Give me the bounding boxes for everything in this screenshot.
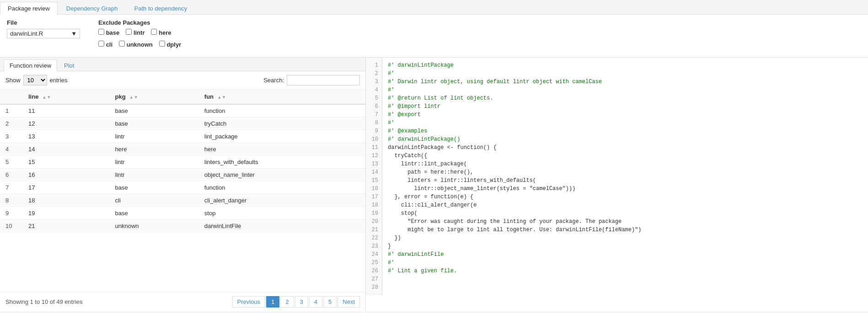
table-row: 7 17 base function — [0, 181, 365, 194]
show-entries-select[interactable]: 10 25 50 100 — [23, 75, 47, 85]
code-area: 1234567891011121314151617181920212223242… — [366, 58, 868, 295]
tab-dependency-graph[interactable]: Dependency Graph — [59, 2, 126, 15]
cell-line: 15 — [23, 156, 110, 169]
line-number: 15 — [366, 176, 382, 185]
col-header-rownum[interactable] — [0, 90, 23, 104]
cell-line: 14 — [23, 143, 110, 156]
search-input[interactable] — [287, 75, 360, 85]
line-number: 28 — [366, 283, 382, 292]
cell-pkg: base — [110, 207, 199, 220]
pagination-buttons: Previous 1 2 3 4 5 Next — [232, 296, 360, 308]
tab-function-review[interactable]: Function review — [4, 59, 57, 71]
table-controls: Show 10 25 50 100 entries Search: — [0, 71, 365, 90]
cb-lintr[interactable]: lintr — [126, 29, 145, 36]
pagination-page-1[interactable]: 1 — [266, 296, 279, 308]
col-header-fun[interactable]: fun ▲▼ — [199, 90, 365, 104]
search-box: Search: — [263, 75, 360, 85]
cell-pkg: base — [110, 181, 199, 194]
inner-tabs-bar: Function review Plot — [0, 58, 365, 71]
line-number: 3 — [366, 78, 382, 86]
cb-cli-input[interactable] — [98, 41, 104, 47]
cb-base[interactable]: base — [98, 29, 119, 36]
cell-rownum: 7 — [0, 181, 23, 194]
col-header-pkg[interactable]: pkg ▲▼ — [110, 90, 199, 104]
left-panel: Function review Plot Show 10 25 50 100 e… — [0, 58, 366, 311]
show-label: Show — [5, 77, 21, 84]
cell-rownum: 1 — [0, 104, 23, 117]
cell-line: 17 — [23, 181, 110, 194]
cell-rownum: 4 — [0, 143, 23, 156]
pagination-bar: Showing 1 to 10 of 49 entries Previous 1… — [0, 292, 365, 311]
file-select-value: darwinLint.R — [10, 30, 43, 37]
cb-unknown-label: unknown — [127, 41, 153, 48]
cb-here[interactable]: here — [151, 29, 171, 36]
cell-line: 21 — [23, 220, 110, 233]
exclude-label: Exclude Packages — [98, 19, 181, 26]
cell-fun: function — [199, 181, 365, 194]
cb-here-input[interactable] — [151, 29, 157, 35]
code-line: stop( — [388, 209, 863, 218]
cb-unknown[interactable]: unknown — [119, 41, 153, 48]
cell-fun: linters_with_defaults — [199, 156, 365, 169]
cb-dplyr-input[interactable] — [159, 41, 165, 47]
cell-line: 16 — [23, 169, 110, 181]
table-row: 9 19 base stop — [0, 207, 365, 220]
exclude-packages-group: Exclude Packages base lintr here cli — [98, 19, 181, 53]
tab-path-to-dependency[interactable]: Path to dependency — [127, 2, 195, 15]
pagination-next[interactable]: Next — [338, 296, 360, 308]
pagination-info: Showing 1 to 10 of 49 entries — [5, 298, 82, 305]
line-number: 27 — [366, 275, 382, 283]
cell-pkg: here — [110, 143, 199, 156]
code-line: path = here::here(), — [388, 168, 863, 176]
entries-label: entries — [50, 77, 68, 84]
cb-unknown-input[interactable] — [119, 41, 125, 47]
cb-base-input[interactable] — [98, 29, 104, 35]
pagination-prev[interactable]: Previous — [232, 296, 266, 308]
line-number: 4 — [366, 86, 382, 94]
line-number: 2 — [366, 69, 382, 78]
cell-pkg: base — [110, 117, 199, 130]
cb-dplyr[interactable]: dplyr — [159, 41, 181, 48]
line-number: 8 — [366, 119, 382, 127]
col-header-line[interactable]: line ▲▼ — [23, 90, 110, 104]
line-numbers: 1234567891011121314151617181920212223242… — [366, 58, 382, 295]
file-label: File — [7, 19, 80, 26]
line-number: 12 — [366, 152, 382, 160]
show-entries-control: Show 10 25 50 100 entries — [5, 75, 68, 85]
pagination-page-3[interactable]: 3 — [295, 296, 308, 308]
cb-here-label: here — [159, 29, 171, 36]
code-line: #' @export — [388, 111, 863, 119]
cell-line: 19 — [23, 207, 110, 220]
search-label: Search: — [263, 77, 284, 84]
file-select-box[interactable]: darwinLint.R ▼ — [7, 29, 80, 38]
cell-pkg: base — [110, 104, 199, 117]
cb-cli[interactable]: cli — [98, 41, 113, 48]
tab-plot[interactable]: Plot — [58, 59, 80, 71]
pagination-page-2[interactable]: 2 — [280, 296, 294, 308]
code-line: cli::cli_alert_danger(e — [388, 201, 863, 209]
line-number: 20 — [366, 218, 382, 226]
code-line: linters = lintr::linters_with_defaults( — [388, 176, 863, 185]
cell-fun: stop — [199, 207, 365, 220]
checkboxes-row-1: base lintr here — [98, 29, 181, 39]
code-line: #' darwinLintPackage — [388, 61, 863, 69]
line-number: 23 — [366, 242, 382, 250]
cb-cli-label: cli — [106, 41, 113, 48]
cell-rownum: 3 — [0, 130, 23, 143]
dropdown-arrow-icon: ▼ — [71, 30, 77, 37]
cb-lintr-input[interactable] — [126, 29, 132, 35]
code-line: }) — [388, 234, 863, 242]
code-line: lintr::lint_package( — [388, 160, 863, 168]
tab-package-review[interactable]: Package review — [0, 2, 58, 15]
pagination-page-4[interactable]: 4 — [309, 296, 322, 308]
pagination-page-5[interactable]: 5 — [323, 296, 337, 308]
code-line: tryCatch({ — [388, 152, 863, 160]
line-number: 6 — [366, 102, 382, 111]
cb-dplyr-label: dplyr — [166, 41, 181, 48]
table-row: 6 16 lintr object_name_linter — [0, 169, 365, 181]
cell-pkg: lintr — [110, 130, 199, 143]
code-line: #' Darwin lintr object, using default li… — [388, 78, 863, 86]
cell-pkg: lintr — [110, 169, 199, 181]
code-content: #' darwinLintPackage#'#' Darwin lintr ob… — [382, 58, 868, 295]
line-number: 9 — [366, 127, 382, 135]
